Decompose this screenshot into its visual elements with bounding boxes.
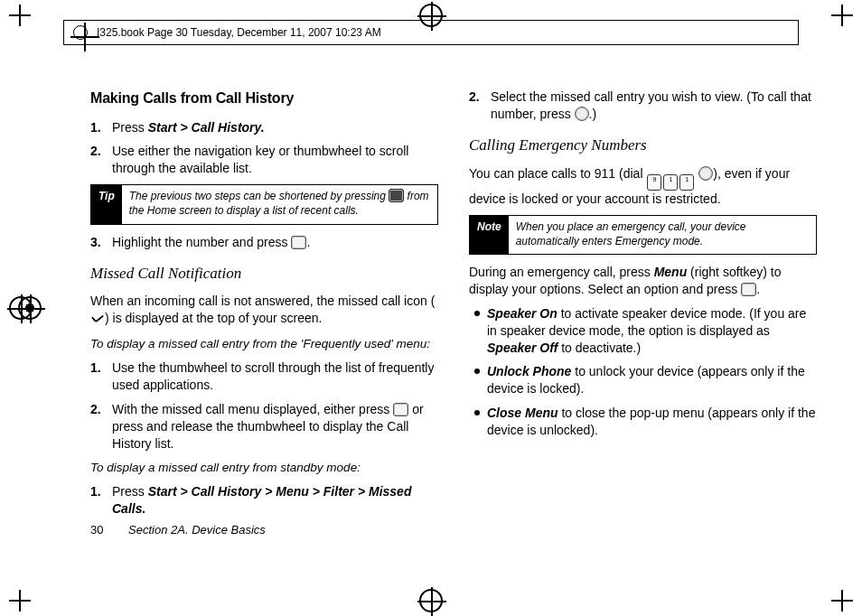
paragraph: During an emergency call, press Menu (ri… xyxy=(469,264,817,298)
step-text: .) xyxy=(589,107,597,121)
options-list: Speaker On to activate speaker device mo… xyxy=(469,305,817,439)
note-callout: Note When you place an emergency call, y… xyxy=(469,215,817,255)
crop-marks-bottom xyxy=(0,589,862,612)
step-item: 2. Use either the navigation key or thum… xyxy=(108,143,438,177)
subheading: To display a missed call entry from stan… xyxy=(90,460,438,476)
note-tag: Note xyxy=(470,216,509,254)
subheading: To display a missed call entry from the … xyxy=(90,336,438,352)
steps-making-calls-cont: 3. Highlight the number and press . xyxy=(90,234,438,251)
heading-emergency: Calling Emergency Numbers xyxy=(469,135,817,156)
ok-key-icon xyxy=(741,283,756,296)
step-item: 2. Select the missed call entry you wish… xyxy=(487,89,817,123)
body-text: ) is displayed at the top of your screen… xyxy=(105,311,322,325)
list-item: Speaker On to activate speaker device mo… xyxy=(478,305,817,357)
step-text: Press xyxy=(112,120,148,135)
heading-making-calls: Making Calls from Call History xyxy=(90,89,438,108)
steps-making-calls: 1. Press Start > Call History. 2. Use ei… xyxy=(90,119,438,178)
crop-mark-icon xyxy=(831,5,853,26)
step-item: 1. Use the thumbwheel to scroll through … xyxy=(108,359,438,394)
tip-body: The previous two steps can be shortened … xyxy=(122,185,437,223)
crop-mark-icon xyxy=(831,590,853,611)
doc-header-text: I325.book Page 30 Tuesday, December 11, … xyxy=(97,25,381,40)
option-title: Speaker Off xyxy=(487,341,557,355)
step-text: With the missed call menu displayed, eit… xyxy=(112,402,393,416)
paragraph: When an incoming call is not answered, t… xyxy=(90,293,438,327)
menu-path: Start > Call History. xyxy=(148,120,265,135)
step-text: Use either the navigation key or thumbwh… xyxy=(112,144,408,175)
call-key-icon xyxy=(698,166,713,181)
step-text: Select the missed call entry you wish to… xyxy=(491,89,811,121)
step-item: 3. Highlight the number and press . xyxy=(108,234,438,251)
tip-tag: Tip xyxy=(91,185,122,223)
call-key-icon xyxy=(575,107,589,121)
paragraph: You can place calls to 911 (dial 911 ), … xyxy=(469,165,817,208)
crop-mark-icon xyxy=(9,5,31,26)
heading-missed-call: Missed Call Notification xyxy=(90,264,438,285)
softkey-icon xyxy=(389,189,404,202)
page-number: 30 xyxy=(90,523,103,537)
step-text: Use the thumbwheel to scroll through the… xyxy=(112,360,434,392)
body-text: You can place calls to 911 (dial xyxy=(469,166,646,181)
missed-call-icon xyxy=(90,311,105,325)
list-item: Unlock Phone to unlock your device (appe… xyxy=(478,363,817,397)
doc-header-bar: I325.book Page 30 Tuesday, December 11, … xyxy=(63,20,799,45)
ok-key-icon xyxy=(393,403,408,416)
ok-key-icon xyxy=(291,236,306,249)
registration-mark-icon xyxy=(73,25,88,40)
steps-freq-used: 1. Use the thumbwheel to scroll through … xyxy=(90,359,438,452)
tip-text: The previous two steps can be shortened … xyxy=(129,190,389,202)
softkey-label: Menu xyxy=(654,265,688,279)
option-title: Speaker On xyxy=(487,306,557,321)
page-content: Making Calls from Call History 1. Press … xyxy=(90,89,817,553)
key-1-icon: 1 xyxy=(679,174,694,191)
option-title: Close Menu xyxy=(487,406,558,420)
step-text: . xyxy=(306,235,310,249)
registration-mark-icon xyxy=(18,296,42,320)
step-item: 1. Press Start > Call History. xyxy=(108,119,438,136)
page-footer: 30 Section 2A. Device Basics xyxy=(90,522,266,538)
crop-mark-icon xyxy=(9,590,31,611)
body-text: to deactivate.) xyxy=(557,341,641,355)
body-text: . xyxy=(756,282,760,296)
note-body: When you place an emergency call, your d… xyxy=(509,216,816,254)
menu-path: Start > Call History > Menu > Filter > M… xyxy=(112,484,411,516)
dial-keys: 911 xyxy=(646,166,713,181)
body-text: When an incoming call is not answered, t… xyxy=(90,294,435,308)
body-text: During an emergency call, press xyxy=(469,265,654,279)
step-item: 1. Press Start > Call History > Menu > F… xyxy=(108,483,438,518)
registration-mark-icon xyxy=(419,589,443,612)
key-1-icon: 1 xyxy=(663,174,678,191)
key-9-icon: 9 xyxy=(647,174,661,191)
option-title: Unlock Phone xyxy=(487,364,571,378)
step-text: Press xyxy=(112,484,148,499)
tip-callout: Tip The previous two steps can be shorte… xyxy=(90,184,438,224)
step-text: Highlight the number and press xyxy=(112,235,291,249)
list-item: Close Menu to close the pop-up menu (app… xyxy=(478,405,817,439)
section-title: Section 2A. Device Basics xyxy=(128,523,266,537)
step-item: 2. With the missed call menu displayed, … xyxy=(108,401,438,453)
